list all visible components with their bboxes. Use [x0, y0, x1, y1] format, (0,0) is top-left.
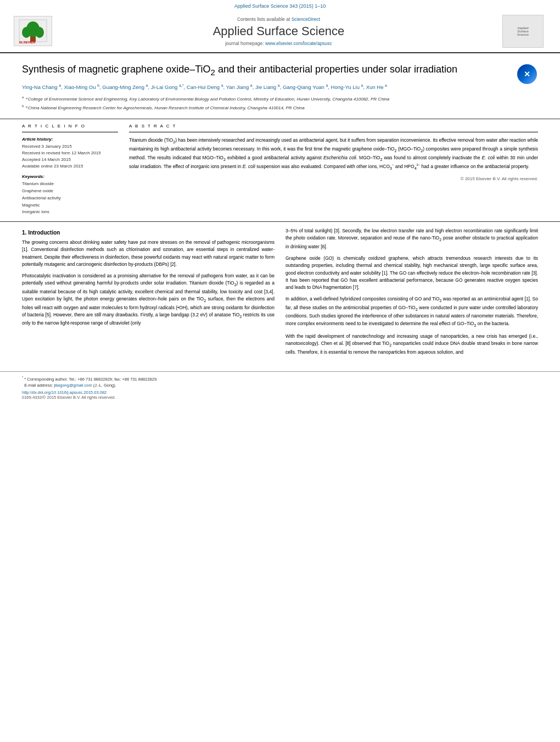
main-right-column: 3–5% of total sunlight) [3]. Secondly, t… — [285, 227, 538, 360]
copyright-line: © 2015 Elsevier B.V. All rights reserved… — [129, 176, 538, 181]
top-bar: Applied Surface Science 343 (2015) 1–10 — [0, 0, 560, 10]
contents-line: Contents lists available at ScienceDirec… — [55, 16, 502, 22]
introduction-heading: 1. Introduction — [22, 230, 275, 236]
article-info-heading: A R T I C L E I N F O — [22, 124, 118, 129]
email-line: E-mail address: jilaigong@gmail.com (J.-… — [22, 382, 538, 388]
homepage-url[interactable]: www.elsevier.com/locate/apsusc — [265, 41, 332, 46]
journal-homepage: journal homepage: www.elsevier.com/locat… — [55, 41, 502, 46]
history-label: Article history: — [22, 137, 118, 142]
keyword-3: Antibacterial activity — [22, 195, 118, 202]
elsevier-tree-icon: ELSEVIER — [16, 17, 49, 44]
affiliation-a: a ᵃ College of Environmental Science and… — [22, 95, 505, 102]
article-info-column: A R T I C L E I N F O Article history: R… — [22, 124, 118, 216]
page: Applied Surface Science 343 (2015) 1–10 … — [0, 0, 560, 742]
journal-reference: Applied Surface Science 343 (2015) 1–10 — [234, 3, 326, 9]
intro-paragraph-2: Photocatalytic inactivation is considere… — [22, 272, 275, 327]
accepted-date: Accepted 14 March 2015 — [22, 157, 118, 163]
issn-line: 0169-4332/© 2015 Elsevier B.V. All right… — [22, 395, 538, 400]
article-info-divider — [22, 132, 118, 132]
abstract-heading: A B S T R A C T — [129, 124, 538, 129]
right-paragraph-1: 3–5% of total sunlight) [3]. Secondly, t… — [285, 227, 538, 250]
abstract-divider — [129, 132, 538, 132]
received-date: Received 3 January 2015 — [22, 143, 118, 150]
elsevier-logo: ELSEVIER — [11, 16, 55, 47]
svg-text:ELSEVIER: ELSEVIER — [19, 41, 36, 44]
svg-point-3 — [22, 27, 31, 38]
abstract-text: Titanium dioxide (TiO2) has been intensi… — [129, 137, 538, 171]
authors: Ying-Na Chang a, Xiao-Ming Ou b, Guang-M… — [22, 83, 505, 91]
journal-title: Applied Surface Science — [55, 24, 502, 38]
right-paragraph-2: Graphene oxide (GO) is chemically oxidiz… — [285, 255, 538, 291]
crossmark-icon: ✕ — [517, 64, 537, 84]
received-revised-date: Received in revised form 12 March 2015 — [22, 150, 118, 157]
sciencedirect-link[interactable]: ScienceDirect — [292, 16, 320, 22]
journal-logo-box: AppliedSurfaceScience — [502, 15, 544, 48]
keyword-5: Inorganic ions — [22, 209, 118, 216]
keywords-list: Titanium dioxide Graphene oxide Antibact… — [22, 181, 118, 216]
doi-line[interactable]: http://dx.doi.org/10.1016/j.apsusc.2015.… — [22, 390, 538, 395]
abstract-column: A B S T R A C T Titanium dioxide (TiO2) … — [129, 124, 538, 216]
journal-header: ELSEVIER Contents lists available at Sci… — [0, 10, 560, 53]
right-paragraph-4: With the rapid development of nanotechno… — [285, 333, 538, 356]
elsevier-logo-box: ELSEVIER — [14, 16, 52, 46]
svg-point-4 — [35, 27, 44, 38]
main-content: 1. Introduction The growing concerns abo… — [0, 221, 560, 366]
article-title-block: Synthesis of magnetic graphene oxide–TiO… — [22, 63, 516, 113]
right-paragraph-3: In addition, a well-defined hybridized c… — [285, 295, 538, 328]
keywords-label: Keywords: — [22, 174, 118, 179]
crossmark-box[interactable]: ✕ — [516, 63, 538, 85]
keyword-4: Magnetic — [22, 202, 118, 209]
corresponding-author: * * Corresponding author. Tel.: +86 731 … — [22, 375, 538, 382]
article-title: Synthesis of magnetic graphene oxide–TiO… — [22, 63, 505, 77]
journal-center: Contents lists available at ScienceDirec… — [55, 16, 502, 46]
main-left-column: 1. Introduction The growing concerns abo… — [22, 227, 275, 360]
keyword-1: Titanium dioxide — [22, 181, 118, 188]
article-info-abstract-section: A R T I C L E I N F O Article history: R… — [0, 119, 560, 221]
keyword-2: Graphene oxide — [22, 188, 118, 195]
article-header: Synthesis of magnetic graphene oxide–TiO… — [0, 53, 560, 119]
email-link[interactable]: jilaigong@gmail.com — [54, 383, 92, 388]
intro-paragraph-1: The growing concerns about drinking wate… — [22, 239, 275, 268]
footnote-section: * * Corresponding author. Tel.: +86 731 … — [0, 371, 560, 402]
available-date: Available online 23 March 2015 — [22, 163, 118, 170]
affiliation-b: b ᵇ China National Engineering Research … — [22, 104, 505, 111]
